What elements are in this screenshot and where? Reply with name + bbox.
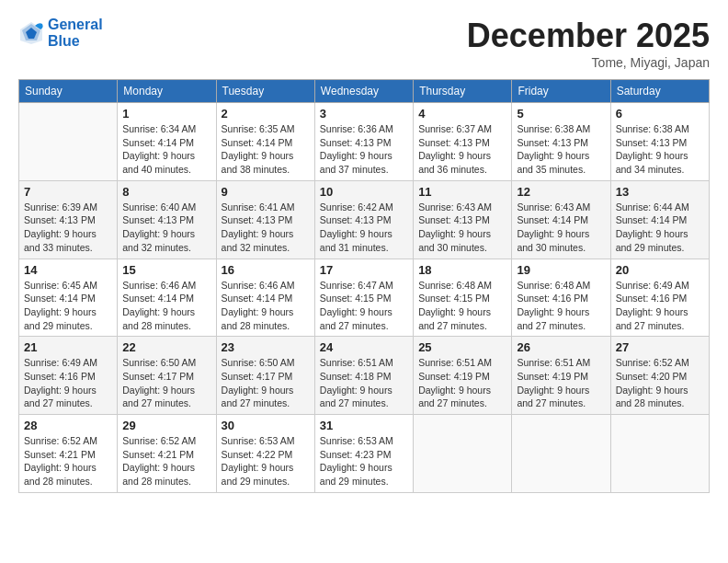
day-number: 4 (418, 107, 506, 121)
weekday-header: Thursday (414, 80, 512, 103)
calendar-cell: 18Sunrise: 6:48 AMSunset: 4:15 PMDayligh… (414, 259, 512, 337)
day-number: 17 (320, 263, 408, 277)
day-number: 13 (616, 185, 704, 199)
calendar-cell: 13Sunrise: 6:44 AMSunset: 4:14 PMDayligh… (610, 180, 709, 259)
day-number: 15 (122, 263, 210, 277)
day-info: Sunrise: 6:48 AMSunset: 4:15 PMDaylight:… (418, 279, 506, 333)
calendar-week-row: 1Sunrise: 6:34 AMSunset: 4:14 PMDaylight… (19, 103, 710, 181)
day-info: Sunrise: 6:42 AMSunset: 4:13 PMDaylight:… (320, 201, 408, 255)
day-number: 2 (222, 107, 310, 121)
calendar-cell: 16Sunrise: 6:46 AMSunset: 4:14 PMDayligh… (216, 259, 314, 337)
logo-icon (18, 20, 44, 46)
calendar-cell: 17Sunrise: 6:47 AMSunset: 4:15 PMDayligh… (314, 259, 413, 337)
calendar-cell: 28Sunrise: 6:52 AMSunset: 4:21 PMDayligh… (19, 415, 118, 493)
logo-text: General Blue (48, 17, 103, 50)
day-number: 5 (517, 107, 605, 121)
calendar-cell: 27Sunrise: 6:52 AMSunset: 4:20 PMDayligh… (610, 337, 709, 415)
day-info: Sunrise: 6:51 AMSunset: 4:19 PMDaylight:… (517, 356, 605, 410)
calendar-table: SundayMondayTuesdayWednesdayThursdayFrid… (18, 79, 710, 493)
day-number: 18 (418, 263, 506, 277)
calendar-cell: 24Sunrise: 6:51 AMSunset: 4:18 PMDayligh… (314, 337, 413, 415)
calendar-cell: 11Sunrise: 6:43 AMSunset: 4:13 PMDayligh… (414, 180, 512, 259)
calendar-cell (19, 103, 118, 181)
calendar-cell: 2Sunrise: 6:35 AMSunset: 4:14 PMDaylight… (216, 103, 314, 181)
day-info: Sunrise: 6:34 AMSunset: 4:14 PMDaylight:… (122, 122, 210, 177)
location-subtitle: Tome, Miyagi, Japan (467, 55, 710, 70)
day-number: 26 (517, 340, 605, 354)
calendar-cell: 14Sunrise: 6:45 AMSunset: 4:14 PMDayligh… (19, 259, 118, 337)
day-info: Sunrise: 6:53 AMSunset: 4:22 PMDaylight:… (222, 434, 310, 488)
calendar-cell: 30Sunrise: 6:53 AMSunset: 4:22 PMDayligh… (216, 415, 314, 493)
logo: General Blue (18, 17, 103, 50)
day-number: 25 (418, 340, 506, 354)
day-number: 20 (616, 263, 704, 277)
month-title: December 2025 (467, 17, 710, 55)
day-info: Sunrise: 6:48 AMSunset: 4:16 PMDaylight:… (517, 279, 605, 333)
weekday-header: Sunday (19, 80, 118, 103)
day-number: 8 (122, 185, 210, 199)
calendar-cell: 29Sunrise: 6:52 AMSunset: 4:21 PMDayligh… (118, 415, 216, 493)
calendar-cell: 21Sunrise: 6:49 AMSunset: 4:16 PMDayligh… (19, 337, 118, 415)
calendar-cell: 23Sunrise: 6:50 AMSunset: 4:17 PMDayligh… (216, 337, 314, 415)
day-info: Sunrise: 6:51 AMSunset: 4:19 PMDaylight:… (418, 356, 506, 410)
header: General Blue December 2025 Tome, Miyagi,… (18, 17, 710, 70)
day-number: 22 (122, 340, 210, 354)
calendar-week-row: 21Sunrise: 6:49 AMSunset: 4:16 PMDayligh… (19, 337, 710, 415)
day-info: Sunrise: 6:45 AMSunset: 4:14 PMDaylight:… (24, 279, 112, 333)
calendar-cell: 10Sunrise: 6:42 AMSunset: 4:13 PMDayligh… (314, 180, 413, 259)
day-number: 30 (222, 419, 310, 432)
day-number: 10 (320, 185, 408, 199)
day-info: Sunrise: 6:40 AMSunset: 4:13 PMDaylight:… (122, 201, 210, 255)
day-number: 3 (320, 107, 408, 121)
calendar-week-row: 7Sunrise: 6:39 AMSunset: 4:13 PMDaylight… (19, 180, 710, 259)
weekday-header: Monday (118, 80, 216, 103)
day-number: 31 (320, 419, 408, 432)
page: General Blue December 2025 Tome, Miyagi,… (0, 0, 728, 502)
day-number: 14 (24, 263, 112, 277)
calendar-cell: 19Sunrise: 6:48 AMSunset: 4:16 PMDayligh… (512, 259, 610, 337)
calendar-cell: 1Sunrise: 6:34 AMSunset: 4:14 PMDaylight… (118, 103, 216, 181)
calendar-cell: 22Sunrise: 6:50 AMSunset: 4:17 PMDayligh… (118, 337, 216, 415)
calendar-cell: 15Sunrise: 6:46 AMSunset: 4:14 PMDayligh… (118, 259, 216, 337)
calendar-cell: 5Sunrise: 6:38 AMSunset: 4:13 PMDaylight… (512, 103, 610, 181)
day-number: 28 (24, 419, 112, 432)
day-info: Sunrise: 6:38 AMSunset: 4:13 PMDaylight:… (616, 122, 704, 177)
calendar-cell: 6Sunrise: 6:38 AMSunset: 4:13 PMDaylight… (610, 103, 709, 181)
day-info: Sunrise: 6:36 AMSunset: 4:13 PMDaylight:… (320, 122, 408, 177)
day-number: 12 (517, 185, 605, 199)
day-info: Sunrise: 6:51 AMSunset: 4:18 PMDaylight:… (320, 356, 408, 410)
day-info: Sunrise: 6:49 AMSunset: 4:16 PMDaylight:… (616, 279, 704, 333)
day-info: Sunrise: 6:53 AMSunset: 4:23 PMDaylight:… (320, 434, 408, 488)
calendar-cell: 7Sunrise: 6:39 AMSunset: 4:13 PMDaylight… (19, 180, 118, 259)
day-number: 7 (24, 185, 112, 199)
calendar-header-row: SundayMondayTuesdayWednesdayThursdayFrid… (19, 80, 710, 103)
calendar-cell: 8Sunrise: 6:40 AMSunset: 4:13 PMDaylight… (118, 180, 216, 259)
weekday-header: Saturday (610, 80, 709, 103)
calendar-week-row: 28Sunrise: 6:52 AMSunset: 4:21 PMDayligh… (19, 415, 710, 493)
calendar-week-row: 14Sunrise: 6:45 AMSunset: 4:14 PMDayligh… (19, 259, 710, 337)
calendar-cell: 4Sunrise: 6:37 AMSunset: 4:13 PMDaylight… (414, 103, 512, 181)
day-info: Sunrise: 6:35 AMSunset: 4:14 PMDaylight:… (222, 122, 310, 177)
day-number: 27 (616, 340, 704, 354)
day-info: Sunrise: 6:52 AMSunset: 4:20 PMDaylight:… (616, 356, 704, 410)
day-info: Sunrise: 6:49 AMSunset: 4:16 PMDaylight:… (24, 356, 112, 410)
day-number: 1 (122, 107, 210, 121)
calendar-cell: 31Sunrise: 6:53 AMSunset: 4:23 PMDayligh… (314, 415, 413, 493)
day-info: Sunrise: 6:47 AMSunset: 4:15 PMDaylight:… (320, 279, 408, 333)
day-number: 29 (122, 419, 210, 432)
calendar-cell (512, 415, 610, 493)
day-info: Sunrise: 6:52 AMSunset: 4:21 PMDaylight:… (24, 434, 112, 488)
weekday-header: Friday (512, 80, 610, 103)
day-number: 9 (222, 185, 310, 199)
day-info: Sunrise: 6:50 AMSunset: 4:17 PMDaylight:… (122, 356, 210, 410)
calendar-cell: 3Sunrise: 6:36 AMSunset: 4:13 PMDaylight… (314, 103, 413, 181)
day-info: Sunrise: 6:43 AMSunset: 4:14 PMDaylight:… (517, 201, 605, 255)
day-number: 24 (320, 340, 408, 354)
day-info: Sunrise: 6:43 AMSunset: 4:13 PMDaylight:… (418, 201, 506, 255)
weekday-header: Tuesday (216, 80, 314, 103)
day-info: Sunrise: 6:39 AMSunset: 4:13 PMDaylight:… (24, 201, 112, 255)
day-info: Sunrise: 6:37 AMSunset: 4:13 PMDaylight:… (418, 122, 506, 177)
day-number: 6 (616, 107, 704, 121)
day-number: 11 (418, 185, 506, 199)
calendar-cell: 25Sunrise: 6:51 AMSunset: 4:19 PMDayligh… (414, 337, 512, 415)
